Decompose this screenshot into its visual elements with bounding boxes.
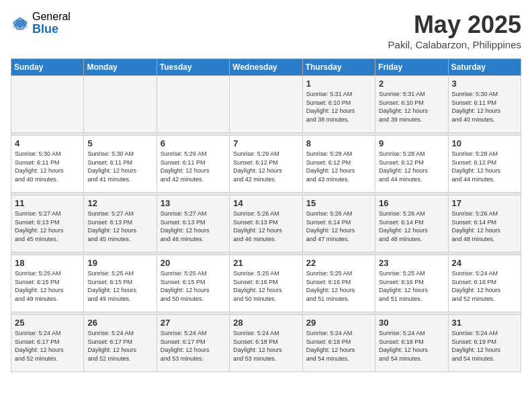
table-row: 9Sunrise: 5:28 AM Sunset: 6:12 PM Daylig… <box>375 136 448 193</box>
calendar-week-row: 25Sunrise: 5:24 AM Sunset: 6:17 PM Dayli… <box>11 315 521 372</box>
table-row: 26Sunrise: 5:24 AM Sunset: 6:17 PM Dayli… <box>84 315 157 372</box>
day-number: 21 <box>233 258 298 268</box>
table-row: 8Sunrise: 5:28 AM Sunset: 6:12 PM Daylig… <box>302 136 375 193</box>
table-row: 17Sunrise: 5:26 AM Sunset: 6:14 PM Dayli… <box>448 195 521 253</box>
title-area: May 2025 Pakil, Calabarzon, Philippines <box>388 11 521 50</box>
col-thursday: Thursday <box>302 59 375 76</box>
day-info: Sunrise: 5:27 AM Sunset: 6:13 PM Dayligh… <box>87 210 152 243</box>
day-number: 12 <box>87 198 152 208</box>
table-row: 27Sunrise: 5:24 AM Sunset: 6:17 PM Dayli… <box>157 315 229 372</box>
table-row <box>11 76 84 133</box>
day-info: Sunrise: 5:26 AM Sunset: 6:14 PM Dayligh… <box>452 210 517 243</box>
table-row: 15Sunrise: 5:26 AM Sunset: 6:14 PM Dayli… <box>302 195 375 253</box>
day-number: 24 <box>452 258 517 268</box>
day-info: Sunrise: 5:24 AM Sunset: 6:18 PM Dayligh… <box>233 329 298 363</box>
table-row: 7Sunrise: 5:29 AM Sunset: 6:12 PM Daylig… <box>230 136 302 193</box>
day-info: Sunrise: 5:24 AM Sunset: 6:16 PM Dayligh… <box>452 269 517 303</box>
day-info: Sunrise: 5:25 AM Sunset: 6:15 PM Dayligh… <box>87 269 152 303</box>
logo-icon <box>11 14 30 33</box>
table-row <box>230 76 302 133</box>
day-number: 6 <box>161 138 226 148</box>
table-row: 30Sunrise: 5:24 AM Sunset: 6:18 PM Dayli… <box>375 315 448 372</box>
col-saturday: Saturday <box>448 59 521 76</box>
day-number: 27 <box>161 318 226 328</box>
calendar-table: Sunday Monday Tuesday Wednesday Thursday… <box>11 58 521 372</box>
logo-general: General <box>32 11 71 23</box>
day-number: 9 <box>379 138 444 148</box>
location-title: Pakil, Calabarzon, Philippines <box>388 39 521 50</box>
day-info: Sunrise: 5:29 AM Sunset: 6:11 PM Dayligh… <box>161 150 226 183</box>
day-info: Sunrise: 5:24 AM Sunset: 6:19 PM Dayligh… <box>452 329 517 363</box>
table-row: 4Sunrise: 5:30 AM Sunset: 6:11 PM Daylig… <box>11 136 84 193</box>
day-info: Sunrise: 5:25 AM Sunset: 6:15 PM Dayligh… <box>161 269 226 303</box>
table-row: 11Sunrise: 5:27 AM Sunset: 6:13 PM Dayli… <box>11 195 84 253</box>
day-info: Sunrise: 5:31 AM Sunset: 6:10 PM Dayligh… <box>306 90 371 124</box>
month-title: May 2025 <box>388 11 521 39</box>
day-number: 28 <box>233 318 298 328</box>
day-number: 20 <box>161 258 226 268</box>
calendar-week-row: 1Sunrise: 5:31 AM Sunset: 6:10 PM Daylig… <box>11 76 521 133</box>
day-number: 5 <box>87 138 152 148</box>
logo-text: General Blue <box>32 11 71 36</box>
table-row: 14Sunrise: 5:26 AM Sunset: 6:13 PM Dayli… <box>230 195 302 253</box>
col-tuesday: Tuesday <box>157 59 229 76</box>
table-row: 22Sunrise: 5:25 AM Sunset: 6:16 PM Dayli… <box>302 255 375 312</box>
calendar-week-row: 11Sunrise: 5:27 AM Sunset: 6:13 PM Dayli… <box>11 195 521 253</box>
day-number: 10 <box>452 138 517 148</box>
table-row: 16Sunrise: 5:26 AM Sunset: 6:14 PM Dayli… <box>375 195 448 253</box>
day-info: Sunrise: 5:29 AM Sunset: 6:12 PM Dayligh… <box>233 150 298 183</box>
day-number: 26 <box>87 318 152 328</box>
day-info: Sunrise: 5:24 AM Sunset: 6:18 PM Dayligh… <box>306 329 371 363</box>
day-info: Sunrise: 5:26 AM Sunset: 6:13 PM Dayligh… <box>233 210 298 243</box>
day-number: 18 <box>15 258 80 268</box>
day-info: Sunrise: 5:24 AM Sunset: 6:18 PM Dayligh… <box>379 329 444 363</box>
day-info: Sunrise: 5:25 AM Sunset: 6:16 PM Dayligh… <box>306 269 371 303</box>
table-row: 28Sunrise: 5:24 AM Sunset: 6:18 PM Dayli… <box>230 315 302 372</box>
day-number: 16 <box>379 198 444 208</box>
day-number: 22 <box>306 258 371 268</box>
col-wednesday: Wednesday <box>230 59 302 76</box>
day-number: 19 <box>87 258 152 268</box>
day-info: Sunrise: 5:27 AM Sunset: 6:13 PM Dayligh… <box>15 210 80 243</box>
day-info: Sunrise: 5:31 AM Sunset: 6:10 PM Dayligh… <box>379 90 444 124</box>
day-info: Sunrise: 5:26 AM Sunset: 6:14 PM Dayligh… <box>379 210 444 243</box>
day-info: Sunrise: 5:28 AM Sunset: 6:12 PM Dayligh… <box>452 150 517 183</box>
day-number: 1 <box>306 79 371 89</box>
table-row: 29Sunrise: 5:24 AM Sunset: 6:18 PM Dayli… <box>302 315 375 372</box>
table-row: 1Sunrise: 5:31 AM Sunset: 6:10 PM Daylig… <box>302 76 375 133</box>
table-row: 20Sunrise: 5:25 AM Sunset: 6:15 PM Dayli… <box>157 255 229 312</box>
calendar-week-row: 18Sunrise: 5:25 AM Sunset: 6:15 PM Dayli… <box>11 255 521 312</box>
logo-blue: Blue <box>32 23 71 36</box>
day-info: Sunrise: 5:26 AM Sunset: 6:14 PM Dayligh… <box>306 210 371 243</box>
day-number: 13 <box>161 198 226 208</box>
day-number: 7 <box>233 138 298 148</box>
day-info: Sunrise: 5:30 AM Sunset: 6:11 PM Dayligh… <box>87 150 152 183</box>
table-row <box>157 76 229 133</box>
logo: General Blue <box>11 11 71 36</box>
day-info: Sunrise: 5:28 AM Sunset: 6:12 PM Dayligh… <box>379 150 444 183</box>
col-monday: Monday <box>84 59 157 76</box>
day-info: Sunrise: 5:27 AM Sunset: 6:13 PM Dayligh… <box>161 210 226 243</box>
table-row: 25Sunrise: 5:24 AM Sunset: 6:17 PM Dayli… <box>11 315 84 372</box>
table-row: 21Sunrise: 5:25 AM Sunset: 6:16 PM Dayli… <box>230 255 302 312</box>
day-info: Sunrise: 5:25 AM Sunset: 6:16 PM Dayligh… <box>233 269 298 303</box>
day-number: 3 <box>452 79 517 89</box>
header-row: Sunday Monday Tuesday Wednesday Thursday… <box>11 59 521 76</box>
table-row: 31Sunrise: 5:24 AM Sunset: 6:19 PM Dayli… <box>448 315 521 372</box>
day-info: Sunrise: 5:30 AM Sunset: 6:11 PM Dayligh… <box>15 150 80 183</box>
day-info: Sunrise: 5:24 AM Sunset: 6:17 PM Dayligh… <box>87 329 152 363</box>
day-info: Sunrise: 5:30 AM Sunset: 6:11 PM Dayligh… <box>452 90 517 124</box>
day-number: 11 <box>15 198 80 208</box>
table-row: 10Sunrise: 5:28 AM Sunset: 6:12 PM Dayli… <box>448 136 521 193</box>
table-row: 19Sunrise: 5:25 AM Sunset: 6:15 PM Dayli… <box>84 255 157 312</box>
table-row: 5Sunrise: 5:30 AM Sunset: 6:11 PM Daylig… <box>84 136 157 193</box>
table-row: 18Sunrise: 5:25 AM Sunset: 6:15 PM Dayli… <box>11 255 84 312</box>
day-number: 14 <box>233 198 298 208</box>
day-info: Sunrise: 5:24 AM Sunset: 6:17 PM Dayligh… <box>15 329 80 363</box>
day-number: 31 <box>452 318 517 328</box>
table-row: 2Sunrise: 5:31 AM Sunset: 6:10 PM Daylig… <box>375 76 448 133</box>
table-row: 13Sunrise: 5:27 AM Sunset: 6:13 PM Dayli… <box>157 195 229 253</box>
table-row: 6Sunrise: 5:29 AM Sunset: 6:11 PM Daylig… <box>157 136 229 193</box>
table-row <box>84 76 157 133</box>
col-sunday: Sunday <box>11 59 84 76</box>
